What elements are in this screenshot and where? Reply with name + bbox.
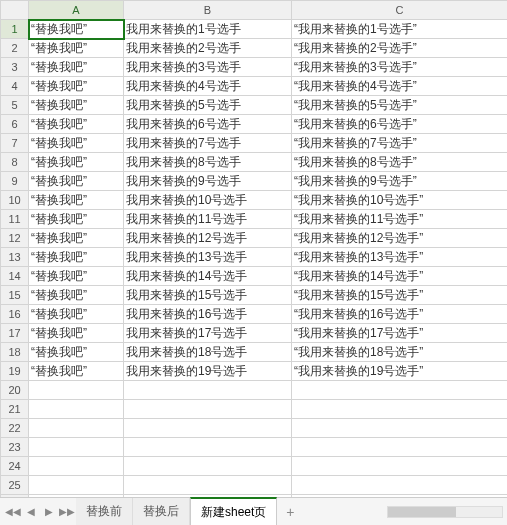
- row-header[interactable]: 24: [1, 457, 29, 476]
- cell[interactable]: 我用来替换的17号选手: [124, 324, 292, 343]
- cell[interactable]: “替换我吧”: [29, 39, 124, 58]
- cell[interactable]: [292, 476, 508, 495]
- row-header[interactable]: 8: [1, 153, 29, 172]
- cell[interactable]: 我用来替换的12号选手: [124, 229, 292, 248]
- row-header[interactable]: 18: [1, 343, 29, 362]
- cell[interactable]: 我用来替换的9号选手: [124, 172, 292, 191]
- sheet-tab[interactable]: 替换后: [133, 498, 190, 525]
- cell[interactable]: “替换我吧”: [29, 96, 124, 115]
- cell[interactable]: “我用来替换的2号选手”: [292, 39, 508, 58]
- cell[interactable]: 我用来替换的7号选手: [124, 134, 292, 153]
- cell[interactable]: 我用来替换的5号选手: [124, 96, 292, 115]
- row-header[interactable]: 21: [1, 400, 29, 419]
- cell[interactable]: “我用来替换的11号选手”: [292, 210, 508, 229]
- cell[interactable]: 我用来替换的3号选手: [124, 58, 292, 77]
- cell[interactable]: “我用来替换的10号选手”: [292, 191, 508, 210]
- cell[interactable]: “替换我吧”: [29, 229, 124, 248]
- cell[interactable]: [29, 381, 124, 400]
- cell[interactable]: “我用来替换的14号选手”: [292, 267, 508, 286]
- row-header[interactable]: 16: [1, 305, 29, 324]
- cell[interactable]: [29, 457, 124, 476]
- row-header[interactable]: 20: [1, 381, 29, 400]
- col-header-a[interactable]: A: [29, 1, 124, 20]
- cell[interactable]: “替换我吧”: [29, 305, 124, 324]
- cell[interactable]: “我用来替换的19号选手”: [292, 362, 508, 381]
- cell[interactable]: 我用来替换的11号选手: [124, 210, 292, 229]
- cell[interactable]: “我用来替换的16号选手”: [292, 305, 508, 324]
- cell[interactable]: “我用来替换的3号选手”: [292, 58, 508, 77]
- row-header[interactable]: 2: [1, 39, 29, 58]
- cell[interactable]: 我用来替换的19号选手: [124, 362, 292, 381]
- add-sheet-button[interactable]: +: [277, 498, 303, 525]
- row-header[interactable]: 11: [1, 210, 29, 229]
- row-header[interactable]: 23: [1, 438, 29, 457]
- cell[interactable]: “我用来替换的9号选手”: [292, 172, 508, 191]
- cell[interactable]: “我用来替换的7号选手”: [292, 134, 508, 153]
- cell[interactable]: 我用来替换的16号选手: [124, 305, 292, 324]
- cell[interactable]: 我用来替换的15号选手: [124, 286, 292, 305]
- cell[interactable]: 我用来替换的13号选手: [124, 248, 292, 267]
- select-all-corner[interactable]: [1, 1, 29, 20]
- cell[interactable]: 我用来替换的18号选手: [124, 343, 292, 362]
- cell[interactable]: “替换我吧”: [29, 210, 124, 229]
- sheet-tab[interactable]: 新建sheet页: [190, 497, 277, 525]
- cell[interactable]: “替换我吧”: [29, 172, 124, 191]
- cell[interactable]: 我用来替换的8号选手: [124, 153, 292, 172]
- row-header[interactable]: 3: [1, 58, 29, 77]
- cell[interactable]: “替换我吧”: [29, 191, 124, 210]
- tab-nav-last[interactable]: ▶▶: [58, 498, 76, 525]
- cell[interactable]: “替换我吧”: [29, 362, 124, 381]
- sheet-tab[interactable]: 替换前: [76, 498, 133, 525]
- cell[interactable]: “替换我吧”: [29, 267, 124, 286]
- cell[interactable]: [124, 400, 292, 419]
- cell[interactable]: 我用来替换的6号选手: [124, 115, 292, 134]
- cell[interactable]: [29, 419, 124, 438]
- cell[interactable]: [292, 438, 508, 457]
- cell[interactable]: “我用来替换的4号选手”: [292, 77, 508, 96]
- cell[interactable]: “替换我吧”: [29, 58, 124, 77]
- row-header[interactable]: 5: [1, 96, 29, 115]
- cell[interactable]: “替换我吧”: [29, 20, 124, 39]
- cell[interactable]: [124, 476, 292, 495]
- cell[interactable]: 我用来替换的10号选手: [124, 191, 292, 210]
- cell[interactable]: 我用来替换的2号选手: [124, 39, 292, 58]
- cell[interactable]: “替换我吧”: [29, 286, 124, 305]
- row-header[interactable]: 6: [1, 115, 29, 134]
- row-header[interactable]: 10: [1, 191, 29, 210]
- tab-nav-next[interactable]: ▶: [40, 498, 58, 525]
- tab-nav-prev[interactable]: ◀: [22, 498, 40, 525]
- cell[interactable]: “我用来替换的6号选手”: [292, 115, 508, 134]
- cell[interactable]: [124, 381, 292, 400]
- row-header[interactable]: 15: [1, 286, 29, 305]
- row-header[interactable]: 14: [1, 267, 29, 286]
- cell[interactable]: “我用来替换的15号选手”: [292, 286, 508, 305]
- cell[interactable]: “替换我吧”: [29, 77, 124, 96]
- cell[interactable]: 我用来替换的4号选手: [124, 77, 292, 96]
- row-header[interactable]: 7: [1, 134, 29, 153]
- row-header[interactable]: 19: [1, 362, 29, 381]
- tab-nav-first[interactable]: ◀◀: [4, 498, 22, 525]
- cell[interactable]: “我用来替换的12号选手”: [292, 229, 508, 248]
- row-header[interactable]: 22: [1, 419, 29, 438]
- cell[interactable]: [292, 419, 508, 438]
- cell[interactable]: “替换我吧”: [29, 324, 124, 343]
- cell[interactable]: “我用来替换的8号选手”: [292, 153, 508, 172]
- cell[interactable]: “我用来替换的18号选手”: [292, 343, 508, 362]
- row-header[interactable]: 12: [1, 229, 29, 248]
- cell[interactable]: “我用来替换的5号选手”: [292, 96, 508, 115]
- cell[interactable]: “替换我吧”: [29, 248, 124, 267]
- row-header[interactable]: 1: [1, 20, 29, 39]
- cell[interactable]: [124, 438, 292, 457]
- cell[interactable]: [29, 476, 124, 495]
- cell[interactable]: [29, 400, 124, 419]
- horizontal-scrollbar[interactable]: [387, 498, 507, 525]
- cell[interactable]: “我用来替换的13号选手”: [292, 248, 508, 267]
- cell[interactable]: [292, 381, 508, 400]
- spreadsheet-grid[interactable]: A B C 1“替换我吧”我用来替换的1号选手“我用来替换的1号选手”2“替换我…: [0, 0, 507, 497]
- col-header-b[interactable]: B: [124, 1, 292, 20]
- row-header[interactable]: 4: [1, 77, 29, 96]
- cell[interactable]: “替换我吧”: [29, 343, 124, 362]
- cell[interactable]: [292, 400, 508, 419]
- cell[interactable]: [292, 457, 508, 476]
- col-header-c[interactable]: C: [292, 1, 508, 20]
